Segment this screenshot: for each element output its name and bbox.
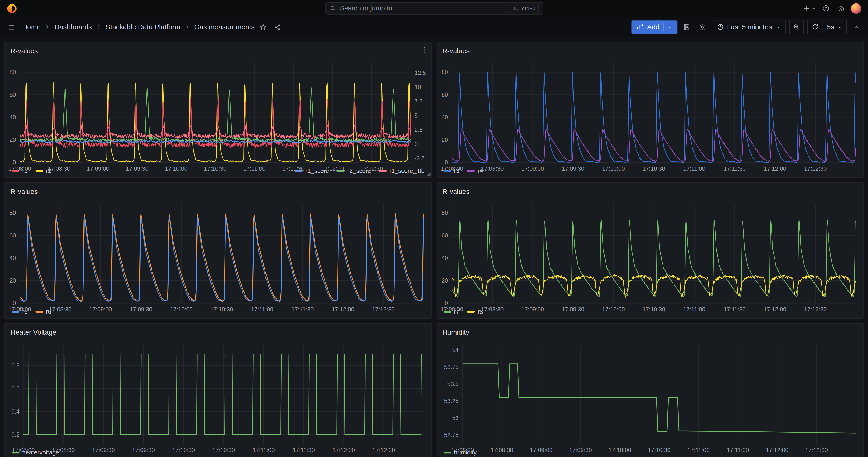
panel-title[interactable]: R-values (442, 188, 470, 195)
svg-text:17:08:30: 17:08:30 (52, 447, 74, 453)
breadcrumb-folder[interactable]: Stackable Data Platform (106, 23, 180, 31)
svg-text:17:12:30: 17:12:30 (805, 447, 827, 453)
svg-text:0: 0 (13, 300, 16, 306)
refresh-button[interactable] (808, 20, 823, 33)
gear-icon (698, 23, 706, 31)
kebab-icon (420, 46, 428, 54)
svg-text:53: 53 (452, 415, 458, 421)
svg-text:17:10:00: 17:10:00 (165, 165, 187, 172)
share-button[interactable] (271, 20, 283, 33)
panel-title[interactable]: Heater Voltage (10, 329, 56, 336)
svg-text:17:11:00: 17:11:00 (683, 165, 705, 172)
save-icon (683, 23, 690, 31)
panel-title[interactable]: Humidity (442, 329, 469, 336)
svg-text:17:09:00: 17:09:00 (92, 447, 115, 453)
refresh-icon (811, 23, 818, 30)
panel-header: Humidity (437, 324, 863, 339)
save-dashboard-button[interactable] (680, 20, 692, 33)
svg-text:54: 54 (452, 347, 458, 353)
svg-text:17:10:00: 17:10:00 (608, 447, 631, 453)
panel-title[interactable]: R-values (442, 47, 470, 55)
keyboard-shortcut-hint: ctrl+k (511, 3, 539, 13)
breadcrumb-dashboard-title[interactable]: Gas measurements (194, 23, 254, 31)
zoom-out-time-button[interactable] (789, 20, 804, 34)
svg-text:60: 60 (441, 91, 448, 98)
svg-text:17:09:30: 17:09:30 (132, 447, 155, 453)
time-range-picker[interactable]: Last 5 minutes (712, 20, 786, 34)
svg-text:17:11:00: 17:11:00 (243, 165, 266, 172)
svg-text:17:09:00: 17:09:00 (87, 165, 109, 172)
mega-menu-toggle[interactable] (6, 20, 18, 33)
panel-title[interactable]: R-values (10, 47, 38, 55)
svg-text:17:12:00: 17:12:00 (764, 165, 786, 172)
svg-text:0.6: 0.6 (11, 385, 20, 392)
dashboard-settings-button[interactable] (696, 20, 708, 33)
breadcrumb-home[interactable]: Home (22, 23, 40, 31)
chevron-up-icon (852, 23, 860, 31)
grafana-logo[interactable] (7, 3, 17, 13)
add-panel-button[interactable]: Add (631, 20, 677, 33)
panel-r-values-3: R-values 02040608017:08:0017:08:3017:09:… (4, 182, 432, 318)
panel-menu-icon[interactable] (420, 46, 428, 54)
time-series-chart[interactable]: 02040608012.5107.552.50-2.517:08:0017:08… (5, 58, 431, 167)
new-menu-button[interactable] (803, 2, 817, 15)
top-navigation-bar: Search or jump to... ctrl+k ? (0, 0, 868, 17)
svg-text:17:12:30: 17:12:30 (804, 306, 827, 312)
svg-text:17:08:30: 17:08:30 (48, 165, 70, 172)
svg-text:17:10:30: 17:10:30 (210, 306, 233, 312)
svg-text:17:08:00: 17:08:00 (440, 306, 463, 312)
svg-text:0: 0 (13, 159, 16, 165)
dashboard-panel-grid: R-values 02040608012.5107.552.50-2.517:0… (0, 37, 868, 457)
panel-header: R-values (437, 183, 863, 199)
time-series-chart[interactable]: 02040608017:08:0017:08:3017:09:0017:09:3… (437, 58, 863, 167)
menu-icon (8, 23, 16, 31)
svg-text:0: 0 (414, 141, 418, 147)
add-panel-icon (637, 23, 644, 30)
time-series-chart[interactable]: 02040608017:08:0017:08:3017:09:0017:09:3… (437, 199, 863, 307)
svg-text:60: 60 (441, 232, 448, 239)
panel-header: R-values (437, 42, 863, 58)
svg-text:17:11:30: 17:11:30 (723, 165, 745, 172)
svg-text:20: 20 (9, 277, 16, 284)
svg-text:7.5: 7.5 (414, 98, 423, 104)
svg-text:0: 0 (444, 300, 448, 306)
share-icon (273, 23, 281, 31)
panel-resize-handle[interactable] (426, 172, 430, 176)
svg-text:20: 20 (441, 277, 448, 284)
svg-text:80: 80 (441, 69, 448, 75)
help-icon[interactable]: ? (820, 2, 832, 15)
caret-down-icon (837, 24, 843, 30)
caret-down-icon (775, 24, 781, 30)
svg-text:17:12:30: 17:12:30 (372, 306, 395, 312)
svg-text:-2.5: -2.5 (414, 155, 425, 161)
user-avatar[interactable] (851, 3, 861, 13)
svg-text:17:08:00: 17:08:00 (451, 447, 473, 453)
svg-text:80: 80 (9, 69, 16, 75)
collapse-toolbar-button[interactable] (850, 20, 862, 33)
time-series-chart[interactable]: 0.20.40.60.817:08:0017:08:3017:09:0017:0… (5, 339, 431, 448)
svg-text:17:11:00: 17:11:00 (252, 447, 275, 453)
svg-text:53.25: 53.25 (444, 398, 458, 404)
breadcrumb-dashboards[interactable]: Dashboards (54, 23, 92, 31)
favorite-star-button[interactable] (257, 20, 269, 33)
rss-icon[interactable] (835, 2, 847, 15)
svg-text:40: 40 (9, 255, 16, 261)
svg-text:40: 40 (9, 114, 16, 120)
svg-text:0.2: 0.2 (11, 431, 20, 438)
panel-title[interactable]: R-values (10, 188, 38, 195)
time-series-chart[interactable]: 52.755353.2553.553.755417:08:0017:08:301… (437, 339, 863, 448)
svg-text:60: 60 (9, 232, 16, 239)
chevron-right-icon (96, 24, 102, 30)
svg-text:17:11:30: 17:11:30 (726, 447, 749, 453)
svg-text:17:12:00: 17:12:00 (764, 306, 786, 312)
svg-text:17:09:00: 17:09:00 (89, 306, 112, 312)
time-series-chart[interactable]: 02040608017:08:0017:08:3017:09:0017:09:3… (5, 199, 431, 307)
svg-text:17:09:30: 17:09:30 (561, 165, 584, 172)
svg-text:60: 60 (9, 91, 16, 98)
star-icon (259, 23, 267, 31)
svg-text:17:10:30: 17:10:30 (642, 165, 665, 172)
search-input[interactable]: Search or jump to... ctrl+k (325, 2, 543, 14)
svg-text:20: 20 (441, 136, 448, 143)
refresh-interval-dropdown[interactable]: 5s (823, 20, 846, 33)
svg-text:17:10:00: 17:10:00 (602, 306, 624, 312)
